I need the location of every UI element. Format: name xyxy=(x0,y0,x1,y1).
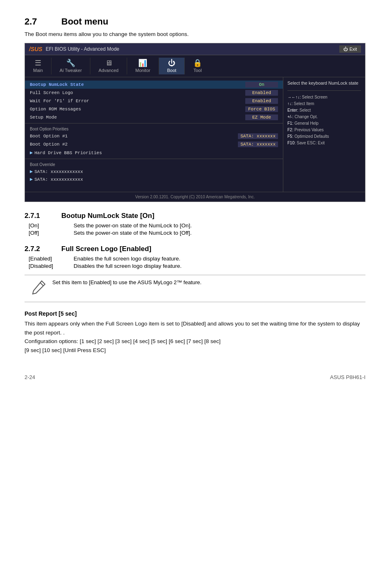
subsection-271: 2.7.1 Bootup NumLock State [On] [On] Set… xyxy=(25,212,365,236)
monitor-icon: 📊 xyxy=(138,59,147,67)
post-report-title: Post Report [5 sec] xyxy=(25,310,365,317)
tool-icon: 🔒 xyxy=(193,59,202,67)
bios-title-left: /SUS EFI BIOS Utility - Advanced Mode xyxy=(29,46,119,52)
arrow-icon-hdd: ▶ xyxy=(30,150,33,156)
fullscreen-disabled-desc: Disables the full screen logo display fe… xyxy=(74,263,182,269)
subsection-271-title: 2.7.1 Bootup NumLock State [On] xyxy=(25,212,365,220)
nav-label-advanced: Advanced xyxy=(99,68,119,73)
aitweaker-icon: 🔧 xyxy=(66,59,75,67)
note-text: Set this item to [Enabled] to use the AS… xyxy=(52,279,202,285)
sata-label-2: SATA: xxxxxxxxxxxx xyxy=(34,177,83,182)
main-icon: ☰ xyxy=(35,59,41,67)
key-hint-change: +/-: Change Opt. xyxy=(287,114,361,120)
nav-item-aitweaker[interactable]: 🔧 Ai Tweaker xyxy=(52,58,90,74)
bios-main-panel: Bootup NumLock State On Full Screen Logo… xyxy=(25,77,283,192)
boot-options-label: Boot Option Priorities xyxy=(25,125,283,132)
subsection-272: 2.7.2 Full Screen Logo [Enabled] [Enable… xyxy=(25,245,365,269)
subsection-272-heading: Full Screen Logo [Enabled] xyxy=(61,245,151,253)
key-hint-item: ↑↓: Select Item xyxy=(287,101,361,107)
boot-icon: ⏻ xyxy=(168,59,175,67)
footer-right: ASUS P8H61-I xyxy=(330,374,365,380)
bios-titlebar: /SUS EFI BIOS Utility - Advanced Mode ⏻ … xyxy=(25,43,365,55)
subsection-271-number: 2.7.1 xyxy=(25,212,49,220)
post-report-section: Post Report [5 sec] This item appears on… xyxy=(25,310,365,355)
key-hint-screen: →←↑↓: Select Screen xyxy=(287,94,361,101)
divider-2 xyxy=(25,159,283,159)
pencil-icon xyxy=(30,279,47,296)
exit-label: Exit xyxy=(350,47,357,52)
setting-row-numlock[interactable]: Bootup NumLock State On xyxy=(25,81,283,89)
boot-option-2-row[interactable]: Boot Option #2 SATA: xxxxxxx xyxy=(25,140,283,148)
nav-item-tool[interactable]: 🔒 Tool xyxy=(185,58,210,74)
bios-exit-button[interactable]: ⏻ Exit xyxy=(339,45,361,53)
bios-logo: /SUS xyxy=(29,46,43,52)
post-report-body: This item appears only when the Full Scr… xyxy=(25,319,365,355)
waitf1-label: Wait For 'F1' if Error xyxy=(30,99,245,103)
setting-row-optionrom[interactable]: Option ROM Messages Force BIOS xyxy=(25,105,283,113)
key-hint-f2: F2: Previous Values xyxy=(287,127,361,133)
optionrom-label: Option ROM Messages xyxy=(30,107,245,112)
numlock-off-key: [Off] xyxy=(29,230,65,236)
setupmode-label: Setup Mode xyxy=(30,115,245,120)
sata-arrow-1: ▶ xyxy=(30,168,33,175)
nav-label-boot: Boot xyxy=(167,68,177,73)
subsection-272-number: 2.7.2 xyxy=(25,245,49,253)
note-icon xyxy=(30,279,47,298)
fullscreen-option-enabled: [Enabled] Enables the full screen logo d… xyxy=(29,256,365,262)
nav-label-main: Main xyxy=(33,68,43,73)
sata-item-1[interactable]: ▶ SATA: xxxxxxxxxxxx xyxy=(25,168,283,175)
numlock-option-off: [Off] Sets the power-on state of the Num… xyxy=(29,230,365,236)
setting-row-setupmode[interactable]: Setup Mode EZ Mode xyxy=(25,113,283,121)
nav-item-monitor[interactable]: 📊 Monitor xyxy=(127,58,159,74)
nav-item-advanced[interactable]: 🖥 Advanced xyxy=(90,58,127,74)
optionrom-value: Force BIOS xyxy=(245,106,278,112)
nav-item-boot[interactable]: ⏻ Boot xyxy=(159,58,185,74)
power-icon: ⏻ xyxy=(343,47,348,52)
numlock-value: On xyxy=(245,82,278,88)
setting-row-fullscreen[interactable]: Full Screen Logo Enabled xyxy=(25,89,283,97)
bios-frame: /SUS EFI BIOS Utility - Advanced Mode ⏻ … xyxy=(25,43,365,202)
nav-label-monitor: Monitor xyxy=(135,68,150,73)
fullscreen-enabled-key: [Enabled] xyxy=(29,256,65,262)
sata-arrow-2: ▶ xyxy=(30,176,33,182)
setupmode-value: EZ Mode xyxy=(245,114,278,120)
page-footer: 2-24 ASUS P8H61-I xyxy=(25,371,365,380)
advanced-icon: 🖥 xyxy=(105,59,112,67)
fullscreen-label: Full Screen Logo xyxy=(30,90,245,95)
fullscreen-option-disabled: [Disabled] Disables the full screen logo… xyxy=(29,263,365,269)
subsection-271-heading: Bootup NumLock State [On] xyxy=(61,212,155,220)
bios-side-panel: Select the keyboard NumLock state →←↑↓: … xyxy=(283,77,365,192)
bios-content: Bootup NumLock State On Full Screen Logo… xyxy=(25,77,365,192)
waitf1-value: Enabled xyxy=(245,98,278,104)
note-box: Set this item to [Enabled] to use the AS… xyxy=(25,275,365,302)
boot-option-2-label: Boot Option #2 xyxy=(30,142,238,147)
bios-version: Version 2.00.1201. Copyright (C) 2010 Am… xyxy=(25,192,365,202)
footer-left: 2-24 xyxy=(25,374,35,380)
boot-option-1-value: SATA: xxxxxxx xyxy=(238,133,278,139)
key-hints: →←↑↓: Select Screen ↑↓: Select Item Ente… xyxy=(287,90,361,146)
numlock-off-desc: Sets the power-on state of the NumLock t… xyxy=(74,230,192,236)
setting-row-waitf1[interactable]: Wait For 'F1' if Error Enabled xyxy=(25,97,283,105)
numlock-label: Bootup NumLock State xyxy=(30,82,245,87)
key-hint-enter: Enter: Select xyxy=(287,107,361,114)
nav-item-main[interactable]: ☰ Main xyxy=(25,58,52,74)
section-header: 2.7 Boot menu xyxy=(25,16,365,27)
section-desc: The Boot menu items allow you to change … xyxy=(25,31,365,37)
bios-nav: ☰ Main 🔧 Ai Tweaker 🖥 Advanced 📊 Monitor… xyxy=(25,55,365,77)
fullscreen-options: [Enabled] Enables the full screen logo d… xyxy=(29,256,365,269)
sata-item-2[interactable]: ▶ SATA: xxxxxxxxxxxx xyxy=(25,175,283,183)
hard-drive-bbs-row[interactable]: ▶ Hard Drive BBS Priorities xyxy=(25,148,283,157)
hard-drive-bbs-label: Hard Drive BBS Priorities xyxy=(34,150,278,155)
divider-1 xyxy=(25,123,283,123)
sata-label-1: SATA: xxxxxxxxxxxx xyxy=(34,169,83,174)
numlock-on-key: [On] xyxy=(29,222,65,229)
bios-title-text: EFI BIOS Utility - Advanced Mode xyxy=(46,46,119,52)
nav-label-tool: Tool xyxy=(193,68,202,73)
boot-option-1-row[interactable]: Boot Option #1 SATA: xxxxxxx xyxy=(25,132,283,140)
side-hint: Select the keyboard NumLock state xyxy=(287,81,361,85)
boot-option-2-value: SATA: xxxxxxx xyxy=(238,141,278,147)
section-number: 2.7 xyxy=(25,16,49,27)
nav-label-aitweaker: Ai Tweaker xyxy=(60,68,82,73)
numlock-option-on: [On] Sets the power-on state of the NumL… xyxy=(29,222,365,229)
subsection-272-title: 2.7.2 Full Screen Logo [Enabled] xyxy=(25,245,365,253)
